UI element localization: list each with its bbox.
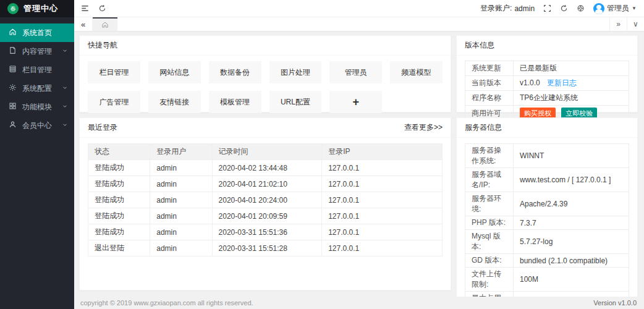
caret-down-icon: ▼ bbox=[632, 6, 637, 11]
brand-logo-icon: 春 bbox=[7, 3, 19, 14]
cell-user: admin bbox=[150, 224, 212, 240]
cell-ip: 127.0.0.1 bbox=[322, 192, 443, 208]
table-row: 登陆成功 admin 2020-04-01 21:02:10 127.0.0.1 bbox=[88, 176, 443, 192]
version-info-panel-title: 版本信息 bbox=[457, 36, 637, 56]
menu-toggle-icon[interactable] bbox=[80, 4, 90, 13]
avatar bbox=[593, 3, 604, 14]
kv-label: 程序名称 bbox=[465, 91, 514, 106]
refresh-icon[interactable] bbox=[560, 4, 568, 12]
gear-icon bbox=[9, 83, 17, 93]
sidebar-item-label: 栏目管理 bbox=[22, 65, 52, 75]
logo-bar: 春 管理中心 bbox=[0, 0, 74, 17]
kv-row: 服务器操作系统:WINNT bbox=[465, 144, 629, 168]
table-row: 登陆成功 admin 2020-03-31 15:51:36 127.0.0.1 bbox=[88, 224, 443, 240]
version-info-table: 系统更新 已是最新版 当前版本 v1.0.0 更新日志 bbox=[465, 61, 629, 122]
quicknav-add-button[interactable]: + bbox=[329, 91, 382, 113]
main-area: 登录账户: admin 管理员 ▼ « » ∨ 快捷 bbox=[74, 0, 644, 309]
quicknav-panel: 快捷导航 栏目管理 网站信息 数据备份 图片处理 管理员 频道模型 广告管理 友… bbox=[79, 35, 451, 112]
kv-row: 当前版本 v1.0.0 更新日志 bbox=[465, 76, 629, 91]
column-header-user: 登录用户 bbox=[150, 144, 212, 160]
kv-label: Mysql 版本: bbox=[465, 230, 514, 254]
content-area: 快捷导航 栏目管理 网站信息 数据备份 图片处理 管理员 频道模型 广告管理 友… bbox=[74, 32, 644, 297]
admin-dropdown[interactable]: 管理员 ▼ bbox=[593, 3, 637, 14]
kv-value: WINNT bbox=[514, 144, 629, 168]
kv-row: 文件上传限制:100M bbox=[465, 268, 629, 292]
kv-value: 256M bbox=[514, 292, 629, 297]
quicknav-button-templates[interactable]: 模板管理 bbox=[209, 91, 261, 113]
version-text: Version v1.0.0 bbox=[593, 299, 637, 307]
kv-value: www.test.com / [ 127.0.0.1 ] bbox=[514, 168, 629, 192]
kv-value: TP6企业建站系统 bbox=[514, 91, 629, 106]
sidebar-item-home[interactable]: 系统首页 bbox=[0, 23, 74, 42]
quicknav-button-models[interactable]: 频道模型 bbox=[390, 61, 443, 83]
quicknav-panel-title: 快捷导航 bbox=[80, 36, 451, 56]
chevron-down-icon bbox=[62, 121, 68, 130]
quicknav-button-columns[interactable]: 栏目管理 bbox=[88, 61, 140, 83]
tabs-scroll-left-button[interactable]: « bbox=[74, 17, 93, 31]
quicknav-button-url[interactable]: URL配置 bbox=[269, 91, 322, 113]
fullscreen-icon[interactable] bbox=[543, 4, 551, 12]
quicknav-grid: 栏目管理 网站信息 数据备份 图片处理 管理员 频道模型 广告管理 友情链接 模… bbox=[88, 61, 443, 113]
quicknav-button-siteinfo[interactable]: 网站信息 bbox=[148, 61, 201, 83]
changelog-link[interactable]: 更新日志 bbox=[547, 78, 577, 87]
refresh-icon[interactable] bbox=[98, 4, 106, 12]
login-account-label: 登录账户: bbox=[480, 3, 512, 14]
sidebar-item-label: 系统首页 bbox=[22, 28, 52, 38]
kv-row: 最大占用内存:256M bbox=[465, 292, 629, 297]
table-row: 登陆成功 admin 2020-04-01 20:24:00 127.0.0.1 bbox=[88, 192, 443, 208]
cell-status: 登陆成功 bbox=[88, 192, 150, 208]
version-info-panel: 版本信息 系统更新 已是最新版 当前版本 v1.0.0 更新 bbox=[456, 35, 638, 112]
quicknav-button-admins[interactable]: 管理员 bbox=[329, 61, 382, 83]
cell-ip: 127.0.0.1 bbox=[322, 240, 443, 256]
kv-label: 服务器环境: bbox=[465, 192, 514, 216]
cell-time: 2020-04-01 20:24:00 bbox=[212, 192, 322, 208]
chevron-down-icon bbox=[62, 84, 68, 93]
topbar: 登录账户: admin 管理员 ▼ bbox=[74, 0, 644, 17]
table-row: 登陆成功 admin 2020-04-02 13:44:48 127.0.0.1 bbox=[88, 160, 443, 176]
recent-logins-panel: 最近登录 查看更多>> 状态 登录用户 记录时间 登录IP bbox=[79, 117, 451, 290]
view-more-link[interactable]: 查看更多>> bbox=[404, 122, 443, 133]
quicknav-button-backup[interactable]: 数据备份 bbox=[209, 61, 261, 83]
sidebar-item-settings[interactable]: 系统配置 bbox=[0, 79, 74, 98]
column-header-status: 状态 bbox=[88, 144, 150, 160]
app-title: 管理中心 bbox=[23, 3, 58, 14]
cell-user: admin bbox=[150, 240, 212, 256]
chevron-down-icon bbox=[62, 103, 68, 111]
sidebar-item-label: 会员中心 bbox=[22, 121, 52, 131]
kv-value: Apache/2.4.39 bbox=[514, 192, 629, 216]
login-account-username: admin bbox=[514, 4, 535, 13]
cell-status: 登陆成功 bbox=[88, 224, 150, 240]
admin-app: 春 管理中心 系统首页 内容管理 栏目管理 系统配置 bbox=[0, 0, 644, 309]
kv-value: v1.0.0 更新日志 bbox=[514, 76, 629, 91]
admin-name-label: 管理员 bbox=[607, 3, 629, 14]
tabbar: « » ∨ bbox=[74, 17, 644, 32]
kv-row: GD 版本:bundled (2.1.0 compatible) bbox=[465, 254, 629, 268]
footer: copyright © 2019 www.gzxiaopan.com all r… bbox=[74, 297, 644, 309]
cell-time: 2020-04-02 13:44:48 bbox=[212, 160, 322, 176]
gear-icon[interactable] bbox=[577, 4, 585, 12]
cell-time: 2020-03-31 15:51:28 bbox=[212, 240, 322, 256]
kv-label: 系统更新 bbox=[465, 61, 514, 76]
cell-user: admin bbox=[150, 208, 212, 224]
quicknav-button-ads[interactable]: 广告管理 bbox=[88, 91, 140, 113]
sidebar-item-columns[interactable]: 栏目管理 bbox=[0, 61, 74, 79]
tabs-scroll-right-button[interactable]: » bbox=[609, 17, 627, 31]
kv-value: 5.7.27-log bbox=[514, 230, 629, 254]
sidebar-item-content[interactable]: 内容管理 bbox=[0, 42, 74, 61]
sidebar-item-members[interactable]: 会员中心 bbox=[0, 116, 74, 135]
content-left-column: 快捷导航 栏目管理 网站信息 数据备份 图片处理 管理员 频道模型 广告管理 友… bbox=[79, 35, 451, 294]
tabs-dropdown-button[interactable]: ∨ bbox=[627, 17, 644, 31]
sidebar-item-modules[interactable]: 功能模块 bbox=[0, 98, 74, 116]
home-icon bbox=[9, 28, 17, 38]
cell-time: 2020-04-01 21:02:10 bbox=[212, 176, 322, 192]
kv-row: 程序名称 TP6企业建站系统 bbox=[465, 91, 629, 106]
cell-ip: 127.0.0.1 bbox=[322, 176, 443, 192]
quicknav-button-images[interactable]: 图片处理 bbox=[269, 61, 322, 83]
cell-user: admin bbox=[150, 192, 212, 208]
tab-home[interactable] bbox=[93, 17, 117, 31]
quicknav-button-links[interactable]: 友情链接 bbox=[148, 91, 201, 113]
kv-value: 7.3.7 bbox=[514, 216, 629, 230]
kv-row: PHP 版本:7.3.7 bbox=[465, 216, 629, 230]
cell-ip: 127.0.0.1 bbox=[322, 160, 443, 176]
sidebar-item-label: 内容管理 bbox=[22, 46, 52, 57]
